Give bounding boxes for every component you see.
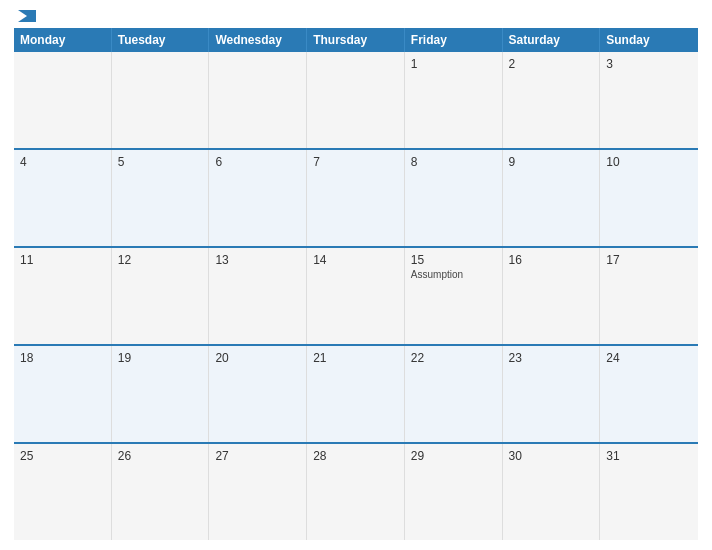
day-number: 4 (20, 155, 105, 169)
day-number: 26 (118, 449, 203, 463)
day-number: 31 (606, 449, 692, 463)
calendar-cell: 5 (112, 150, 210, 246)
calendar-week-5: 25262728293031 (14, 444, 698, 540)
day-number: 2 (509, 57, 594, 71)
day-number: 24 (606, 351, 692, 365)
calendar-cell: 22 (405, 346, 503, 442)
calendar-cell: 31 (600, 444, 698, 540)
day-number: 3 (606, 57, 692, 71)
calendar: Monday Tuesday Wednesday Thursday Friday… (14, 28, 698, 540)
calendar-cell (14, 52, 112, 148)
calendar-cell: 25 (14, 444, 112, 540)
day-number: 22 (411, 351, 496, 365)
day-number: 10 (606, 155, 692, 169)
calendar-week-1: 123 (14, 52, 698, 150)
day-number: 27 (215, 449, 300, 463)
header-thursday: Thursday (307, 28, 405, 52)
calendar-cell: 1 (405, 52, 503, 148)
day-number: 1 (411, 57, 496, 71)
calendar-week-3: 1112131415Assumption1617 (14, 248, 698, 346)
header-friday: Friday (405, 28, 503, 52)
calendar-cell: 20 (209, 346, 307, 442)
calendar-header: Monday Tuesday Wednesday Thursday Friday… (14, 28, 698, 52)
calendar-cell: 29 (405, 444, 503, 540)
calendar-cell: 8 (405, 150, 503, 246)
header-tuesday: Tuesday (112, 28, 210, 52)
day-number: 7 (313, 155, 398, 169)
day-number: 9 (509, 155, 594, 169)
day-number: 16 (509, 253, 594, 267)
day-number: 21 (313, 351, 398, 365)
calendar-cell: 17 (600, 248, 698, 344)
day-number: 8 (411, 155, 496, 169)
calendar-page: Monday Tuesday Wednesday Thursday Friday… (0, 0, 712, 550)
day-number: 19 (118, 351, 203, 365)
day-number: 18 (20, 351, 105, 365)
calendar-cell: 21 (307, 346, 405, 442)
calendar-cell: 2 (503, 52, 601, 148)
day-number: 13 (215, 253, 300, 267)
calendar-cell: 3 (600, 52, 698, 148)
calendar-cell (112, 52, 210, 148)
calendar-cell: 24 (600, 346, 698, 442)
calendar-cell (209, 52, 307, 148)
calendar-cell: 6 (209, 150, 307, 246)
day-number: 14 (313, 253, 398, 267)
day-number: 6 (215, 155, 300, 169)
calendar-cell: 4 (14, 150, 112, 246)
calendar-cell: 27 (209, 444, 307, 540)
header-sunday: Sunday (600, 28, 698, 52)
header-saturday: Saturday (503, 28, 601, 52)
calendar-week-2: 45678910 (14, 150, 698, 248)
day-number: 23 (509, 351, 594, 365)
calendar-cell: 15Assumption (405, 248, 503, 344)
calendar-cell: 26 (112, 444, 210, 540)
day-number: 20 (215, 351, 300, 365)
day-number: 29 (411, 449, 496, 463)
calendar-cell: 7 (307, 150, 405, 246)
calendar-cell: 28 (307, 444, 405, 540)
calendar-cell: 10 (600, 150, 698, 246)
page-header (14, 10, 698, 22)
calendar-cell: 19 (112, 346, 210, 442)
calendar-cell: 23 (503, 346, 601, 442)
calendar-cell: 9 (503, 150, 601, 246)
header-monday: Monday (14, 28, 112, 52)
logo (16, 10, 36, 22)
logo-flag-icon (18, 10, 36, 22)
day-number: 28 (313, 449, 398, 463)
calendar-cell: 14 (307, 248, 405, 344)
day-number: 12 (118, 253, 203, 267)
calendar-cell (307, 52, 405, 148)
holiday-label: Assumption (411, 269, 496, 280)
day-number: 17 (606, 253, 692, 267)
calendar-cell: 11 (14, 248, 112, 344)
day-number: 25 (20, 449, 105, 463)
day-number: 30 (509, 449, 594, 463)
header-wednesday: Wednesday (209, 28, 307, 52)
calendar-cell: 18 (14, 346, 112, 442)
day-number: 5 (118, 155, 203, 169)
day-number: 11 (20, 253, 105, 267)
calendar-cell: 13 (209, 248, 307, 344)
calendar-cell: 12 (112, 248, 210, 344)
calendar-cell: 30 (503, 444, 601, 540)
calendar-week-4: 18192021222324 (14, 346, 698, 444)
calendar-body: 123456789101112131415Assumption161718192… (14, 52, 698, 540)
calendar-cell: 16 (503, 248, 601, 344)
day-number: 15 (411, 253, 496, 267)
